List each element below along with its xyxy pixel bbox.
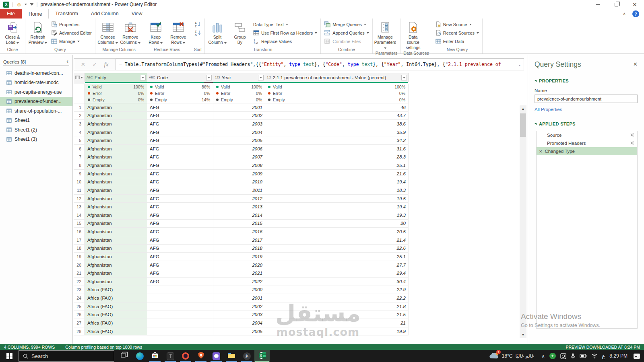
- applied-step[interactable]: Source: [537, 131, 637, 139]
- microphone-tray-icon[interactable]: [571, 353, 575, 359]
- table-cell[interactable]: 25.1: [265, 253, 409, 261]
- table-cell[interactable]: 2013: [213, 203, 265, 211]
- table-cell[interactable]: Afghanistan: [85, 269, 147, 277]
- table-cell[interactable]: 2016: [213, 228, 265, 236]
- table-cell[interactable]: 2008: [213, 161, 265, 169]
- table-cell[interactable]: 2007: [213, 153, 265, 161]
- help-icon[interactable]: ?: [632, 10, 639, 17]
- query-item[interactable]: Sheet1 (3): [0, 135, 72, 144]
- scroll-up-icon[interactable]: ▲: [520, 105, 526, 112]
- table-cell[interactable]: 2014: [213, 211, 265, 219]
- append-queries-button[interactable]: Append Queries: [322, 29, 371, 37]
- table-cell[interactable]: AFG: [147, 178, 213, 186]
- table-cell[interactable]: 2022: [213, 278, 265, 286]
- keep-rows-button[interactable]: Keep Rows: [144, 19, 167, 47]
- delete-step-icon[interactable]: ✕: [539, 149, 542, 154]
- wifi-tray-icon[interactable]: [591, 354, 598, 358]
- table-cell[interactable]: Afghanistan: [85, 112, 147, 120]
- column-filter-button[interactable]: [206, 75, 212, 80]
- clock[interactable]: 8:29 PM: [609, 353, 627, 359]
- query-item[interactable]: share-of-population-...: [0, 106, 72, 116]
- obs-tray-icon[interactable]: [560, 353, 566, 359]
- table-cell[interactable]: AFG: [147, 136, 213, 144]
- group-by-button[interactable]: Group By: [229, 19, 251, 47]
- table-cell[interactable]: Afghanistan: [85, 128, 147, 136]
- table-cell[interactable]: 2021: [213, 269, 265, 277]
- table-cell[interactable]: 2012: [213, 195, 265, 203]
- table-cell[interactable]: AFG: [147, 120, 213, 128]
- column-header-0[interactable]: ABCEntity: [85, 73, 147, 82]
- table-cell[interactable]: 2009: [213, 170, 265, 178]
- tray-expand-chevron-icon[interactable]: ∧: [541, 354, 545, 359]
- replace-values-button[interactable]: 12 Replace Values: [251, 37, 319, 45]
- table-cell[interactable]: [147, 327, 213, 335]
- table-cell[interactable]: 2011: [213, 186, 265, 194]
- table-cell[interactable]: AFG: [147, 170, 213, 178]
- taskbar-app-excel[interactable]: X: [254, 350, 270, 362]
- table-cell[interactable]: 2006: [213, 145, 265, 153]
- commit-formula-icon[interactable]: ✓: [93, 61, 97, 68]
- table-cell[interactable]: [147, 311, 213, 319]
- table-cell[interactable]: 19.3: [265, 211, 409, 219]
- tab-home[interactable]: Home: [22, 9, 49, 19]
- split-column-button[interactable]: Split Column: [206, 19, 229, 47]
- sort-ascending-button[interactable]: AZ: [192, 20, 203, 29]
- restore-button[interactable]: [607, 0, 625, 9]
- table-cell[interactable]: 2001: [213, 294, 265, 302]
- cancel-formula-icon[interactable]: ✕: [81, 61, 86, 68]
- table-cell[interactable]: 25.1: [265, 161, 409, 169]
- taskbar-app-opera[interactable]: [178, 350, 193, 362]
- query-item[interactable]: deaths-in-armed-con...: [0, 68, 72, 78]
- table-cell[interactable]: AFG: [147, 103, 213, 111]
- table-cell[interactable]: Afghanistan: [85, 195, 147, 203]
- close-button[interactable]: ✕: [625, 0, 644, 9]
- expand-formula-chevron-icon[interactable]: ⌄: [518, 62, 521, 66]
- table-cell[interactable]: Afghanistan: [85, 261, 147, 269]
- table-cell[interactable]: Afghanistan: [85, 253, 147, 261]
- table-cell[interactable]: Afghanistan: [85, 120, 147, 128]
- table-cell[interactable]: 21.4: [265, 236, 409, 244]
- table-cell[interactable]: AFG: [147, 112, 213, 120]
- weather-widget[interactable]: 1 18°C غائم غالبًا: [489, 352, 534, 360]
- table-cell[interactable]: [147, 319, 213, 327]
- table-cell[interactable]: 2004: [213, 319, 265, 327]
- table-cell[interactable]: 2020: [213, 261, 265, 269]
- table-cell[interactable]: Africa (FAO): [85, 327, 147, 335]
- table-cell[interactable]: Afghanistan: [85, 103, 147, 111]
- table-cell[interactable]: 31.6: [265, 145, 409, 153]
- column-filter-button[interactable]: [140, 75, 146, 80]
- table-cell[interactable]: AFG: [147, 161, 213, 169]
- table-cell[interactable]: Afghanistan: [85, 153, 147, 161]
- table-cell[interactable]: AFG: [147, 195, 213, 203]
- close-settings-icon[interactable]: ✕: [633, 61, 638, 67]
- table-cell[interactable]: AFG: [147, 236, 213, 244]
- formula-input[interactable]: = Table.TransformColumnTypes(#"Promoted …: [116, 58, 524, 70]
- column-header-2[interactable]: 123Year: [213, 73, 265, 82]
- query-item[interactable]: Sheet1: [0, 116, 72, 125]
- notification-center-icon[interactable]: [634, 354, 640, 359]
- applied-step[interactable]: ✕Changed Type: [537, 147, 637, 155]
- table-cell[interactable]: AFG: [147, 153, 213, 161]
- gear-icon[interactable]: [630, 133, 634, 137]
- data-source-settings-button[interactable]: Data source settings: [402, 19, 424, 50]
- table-cell[interactable]: 20.5: [265, 228, 409, 236]
- table-cell[interactable]: 28.3: [265, 153, 409, 161]
- table-cell[interactable]: 18.3: [265, 186, 409, 194]
- table-cell[interactable]: AFG: [147, 269, 213, 277]
- table-cell[interactable]: Afghanistan: [85, 161, 147, 169]
- battery-tray-icon[interactable]: [580, 354, 587, 358]
- vertical-scrollbar[interactable]: ▲ ▼: [520, 105, 526, 338]
- select-all-corner[interactable]: [74, 73, 85, 82]
- minimize-button[interactable]: [588, 0, 607, 9]
- table-cell[interactable]: AFG: [147, 278, 213, 286]
- table-cell[interactable]: Africa (FAO): [85, 302, 147, 311]
- table-cell[interactable]: 21.6: [265, 170, 409, 178]
- table-cell[interactable]: 2002: [213, 302, 265, 311]
- refresh-preview-button[interactable]: Refresh Preview: [27, 19, 49, 47]
- table-cell[interactable]: 2005: [213, 136, 265, 144]
- table-cell[interactable]: 2004: [213, 128, 265, 136]
- remove-columns-button[interactable]: Remove Columns: [119, 19, 142, 47]
- table-cell[interactable]: 19.9: [265, 327, 409, 335]
- query-item[interactable]: per-capita-energy-use: [0, 87, 72, 97]
- table-cell[interactable]: 21: [265, 319, 409, 327]
